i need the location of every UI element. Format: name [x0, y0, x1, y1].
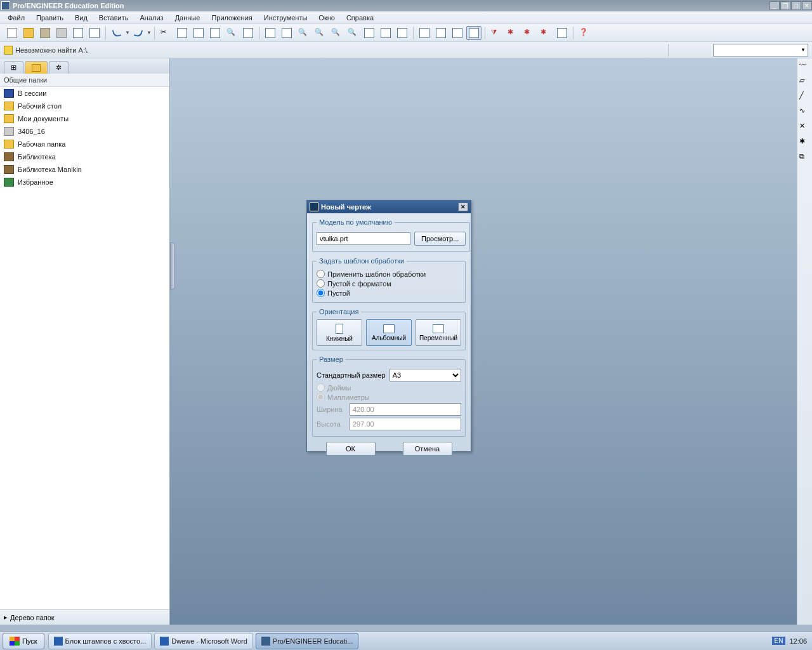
menu-tools[interactable]: Инструменты [259, 13, 313, 23]
paste-button[interactable] [191, 26, 206, 40]
close-button[interactable]: ✕ [802, 1, 812, 10]
menu-applications[interactable]: Приложения [206, 13, 257, 23]
zoom-in-button[interactable]: 🔍 [296, 26, 311, 40]
browse-button[interactable]: Просмотр... [414, 232, 466, 246]
menu-insert[interactable]: Вставить [94, 13, 134, 23]
new-button[interactable] [4, 26, 20, 40]
datum-axis-button[interactable]: ✱ [505, 26, 520, 40]
restore-button[interactable]: ❐ [780, 1, 790, 10]
help-button[interactable]: ❓ [577, 26, 592, 40]
tab-favorites[interactable]: ✲ [49, 61, 69, 74]
maximize-button[interactable]: □ [791, 1, 801, 10]
folder-desktop[interactable]: Рабочий стол [0, 100, 169, 112]
menu-edit[interactable]: Править [31, 13, 69, 23]
regenerate-button[interactable] [263, 26, 278, 40]
menu-view[interactable]: Вид [70, 13, 93, 23]
folder-working[interactable]: Рабочая папка [0, 138, 169, 150]
sketch-point-icon[interactable]: ✕ [799, 122, 811, 133]
datum-plane-button[interactable]: ⧩ [488, 26, 504, 40]
language-indicator[interactable]: EN [772, 637, 786, 645]
hidden-line-button[interactable] [433, 26, 449, 40]
datum-csys-button[interactable]: ✱ [538, 26, 553, 40]
filter-combo[interactable]: ▼ [713, 44, 808, 56]
dialog-close-button[interactable]: ✕ [458, 202, 468, 211]
radio-empty-format[interactable]: Пустой с форматом [317, 279, 461, 288]
taskbar-item-word2[interactable]: Dwewe - Microsoft Word [154, 633, 253, 649]
zoom-out-button[interactable]: 🔍 [312, 26, 327, 40]
email-button[interactable] [70, 26, 86, 40]
folder-library[interactable]: Библиотека [0, 150, 169, 163]
std-size-select[interactable]: A3 [390, 369, 461, 381]
saved-views-button[interactable] [395, 26, 410, 40]
copy-button[interactable] [174, 26, 190, 40]
cancel-button[interactable]: Отмена [403, 442, 452, 456]
folder-manikin-library[interactable]: Библиотека Manikin [0, 163, 169, 176]
menu-file[interactable]: Файл [3, 13, 30, 23]
std-size-label: Стандартный размер [317, 371, 386, 379]
sketch-axis-icon[interactable]: ╱ [799, 91, 811, 103]
folder-tree-toggle[interactable]: ▸ Дерево папок [0, 609, 169, 625]
copy-object-button[interactable] [87, 26, 102, 40]
no-hidden-button[interactable] [450, 26, 465, 40]
select-button[interactable] [240, 26, 256, 40]
menu-data[interactable]: Данные [170, 13, 206, 23]
paste-special-button[interactable] [207, 26, 223, 40]
print-button[interactable] [54, 26, 69, 40]
menu-window[interactable]: Окно [313, 13, 340, 23]
radio-empty[interactable]: Пустой [317, 289, 461, 297]
navigator-sidebar: ⊞ ✲ Общие папки В сессии Рабочий стол Мо… [0, 58, 170, 625]
folder-my-documents[interactable]: Мои документы [0, 112, 169, 125]
ok-button[interactable]: ОК [326, 442, 376, 456]
dialog-titlebar[interactable]: Новый чертеж ✕ [307, 201, 471, 213]
favorites-icon [4, 178, 14, 187]
redo-dropdown[interactable]: ▼ [147, 30, 152, 36]
group-label: Задать шаблон обработки [317, 257, 407, 265]
save-button[interactable] [37, 26, 53, 40]
orient-portrait-button[interactable]: Книжный [317, 319, 362, 346]
redo-button[interactable] [131, 26, 146, 40]
repaint-button[interactable]: 🔍 [345, 26, 360, 40]
shading-button[interactable] [466, 26, 481, 40]
folder-computer[interactable]: 3406_16 [0, 125, 169, 138]
folder-favorites[interactable]: Избранное [0, 176, 169, 189]
find-button[interactable]: 🔍 [224, 26, 239, 40]
undo-dropdown[interactable]: ▼ [125, 30, 130, 36]
sketch-curve-icon[interactable]: ∿ [799, 107, 811, 118]
orient-landscape-button[interactable]: Альбомный [366, 319, 412, 346]
radio-use-template[interactable]: Применить шаблон обработки [317, 270, 461, 278]
menu-analysis[interactable]: Анализ [135, 13, 169, 23]
wireframe-button[interactable] [417, 26, 432, 40]
sketch-plane-icon[interactable]: ▱ [799, 76, 811, 88]
model-input[interactable] [317, 232, 410, 245]
datum-point-button[interactable]: ✱ [521, 26, 537, 40]
annotation-button[interactable] [554, 26, 570, 40]
orient-label: Переменный [419, 335, 457, 342]
spin-button[interactable] [378, 26, 393, 40]
height-input [350, 418, 461, 430]
minimize-button[interactable]: _ [769, 1, 780, 10]
warning-icon [4, 46, 13, 55]
sketch-csys-icon[interactable]: ✱ [799, 137, 811, 149]
tab-folder-browser[interactable] [25, 61, 48, 74]
orient-variable-button[interactable]: Переменный [416, 319, 461, 346]
tab-model-tree[interactable]: ⊞ [4, 61, 23, 74]
open-button[interactable] [21, 26, 36, 40]
task-label: Dwewe - Microsoft Word [171, 637, 247, 645]
zoom-fit-button[interactable]: 🔍 [329, 26, 344, 40]
group-label: Ориентация [317, 308, 361, 315]
sidebar-resize-grip[interactable] [170, 242, 175, 289]
word-icon [54, 637, 63, 646]
undo-button[interactable] [109, 26, 124, 40]
graphics-viewport[interactable] [170, 58, 797, 625]
orient-button[interactable] [362, 26, 377, 40]
menu-help[interactable]: Справка [341, 13, 379, 23]
start-button[interactable]: Пуск [3, 633, 44, 649]
taskbar-item-word1[interactable]: Блок штампов с хвосто... [48, 633, 152, 649]
cut-button[interactable]: ✂ [158, 26, 173, 40]
sketch-line-icon[interactable]: 〰 [799, 61, 811, 72]
folder-in-session[interactable]: В сессии [0, 87, 169, 100]
taskbar-item-proe[interactable]: Pro/ENGINEER Educati... [256, 633, 359, 649]
clock[interactable]: 12:06 [789, 637, 807, 645]
refit-button[interactable] [279, 26, 294, 40]
sketch-link-icon[interactable]: ⧉ [799, 152, 811, 164]
